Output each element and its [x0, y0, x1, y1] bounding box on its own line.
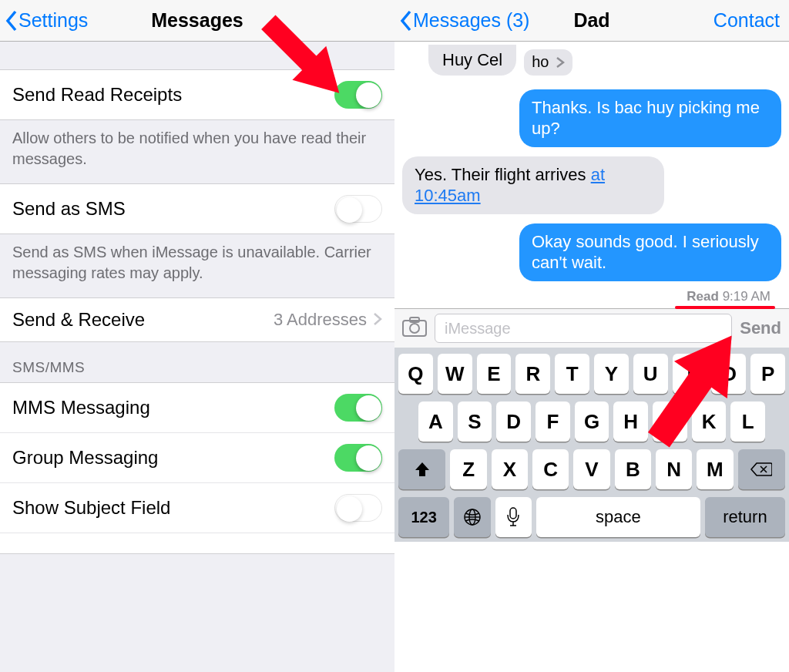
- key-k[interactable]: K: [692, 402, 727, 442]
- key-u[interactable]: U: [633, 354, 668, 394]
- svg-rect-10: [510, 508, 516, 519]
- settings-navbar: Settings Messages: [0, 0, 394, 42]
- back-to-settings[interactable]: Settings: [0, 9, 88, 32]
- subject-toggle[interactable]: [334, 494, 382, 522]
- contact-button[interactable]: Contact: [713, 9, 789, 32]
- row-send-read-receipts[interactable]: Send Read Receipts: [0, 69, 394, 120]
- key-i[interactable]: I: [673, 354, 707, 394]
- send-as-sms-footer: Send as SMS when iMessage is unavailable…: [0, 234, 394, 297]
- incoming-text: Yes. Their flight arrives: [415, 165, 591, 184]
- message-input-bar: Send: [394, 308, 789, 348]
- key-row-2: A S D F G H J K L: [398, 402, 785, 442]
- key-x[interactable]: X: [492, 449, 528, 489]
- read-receipt-line: Read 9:19 AM: [402, 286, 781, 306]
- outgoing-message-2[interactable]: Okay sounds good. I seriously can't wait…: [519, 223, 781, 281]
- message-row-out-1: Thanks. Is bac huy picking me up?: [402, 85, 781, 152]
- row-mms-messaging[interactable]: MMS Messaging: [0, 382, 394, 432]
- key-n[interactable]: N: [656, 449, 692, 489]
- row-cutoff: [0, 533, 394, 554]
- message-input[interactable]: [435, 314, 732, 343]
- outgoing-message-1[interactable]: Thanks. Is bac huy picking me up?: [519, 89, 781, 147]
- read-prefix: Read: [687, 289, 719, 304]
- key-row-3: Z X C V B N M: [398, 449, 785, 489]
- chevron-left-icon: [5, 9, 18, 32]
- read-receipts-label: Send Read Receipts: [12, 84, 334, 106]
- microphone-icon: [506, 507, 520, 527]
- toggle-knob: [337, 496, 362, 522]
- conversation-navbar: Messages (3) Dad Contact: [394, 0, 789, 42]
- read-receipts-toggle[interactable]: [334, 81, 382, 109]
- send-as-sms-label: Send as SMS: [12, 198, 334, 220]
- chevron-right-icon: [373, 309, 382, 331]
- chevron-left-icon: [399, 9, 413, 32]
- row-send-as-sms[interactable]: Send as SMS: [0, 183, 394, 234]
- key-backspace[interactable]: [738, 449, 785, 489]
- key-row-4: 123 space return: [398, 497, 785, 537]
- key-z[interactable]: Z: [450, 449, 486, 489]
- send-receive-detail: 3 Addresses: [274, 310, 367, 330]
- row-group-messaging[interactable]: Group Messaging: [0, 432, 394, 482]
- key-a[interactable]: A: [418, 402, 453, 442]
- row-send-receive[interactable]: Send & Receive 3 Addresses: [0, 297, 394, 342]
- chevron-right-icon: [556, 56, 565, 69]
- key-numbers[interactable]: 123: [398, 497, 449, 537]
- back-to-messages[interactable]: Messages (3): [394, 9, 529, 32]
- key-f[interactable]: F: [536, 402, 570, 442]
- key-b[interactable]: B: [615, 449, 651, 489]
- key-m[interactable]: M: [697, 449, 733, 489]
- message-row-in-1: Yes. Their flight arrives at 10:45am: [402, 152, 781, 219]
- send-receive-label: Send & Receive: [12, 309, 274, 331]
- key-j[interactable]: J: [653, 402, 687, 442]
- key-s[interactable]: S: [458, 402, 492, 442]
- incoming-partial: Huy Cel: [428, 45, 516, 76]
- key-l[interactable]: L: [730, 402, 765, 442]
- key-globe[interactable]: [454, 497, 490, 537]
- key-q[interactable]: Q: [398, 354, 433, 394]
- key-t[interactable]: T: [555, 354, 589, 394]
- key-h[interactable]: H: [613, 402, 648, 442]
- key-g[interactable]: G: [575, 402, 609, 442]
- subject-label: Show Subject Field: [12, 497, 334, 519]
- key-v[interactable]: V: [573, 449, 609, 489]
- back-label: Messages (3): [413, 9, 529, 32]
- settings-messages-pane: Settings Messages Send Read Receipts All…: [0, 0, 394, 672]
- group-label: Group Messaging: [12, 447, 334, 469]
- key-e[interactable]: E: [477, 354, 512, 394]
- svg-point-4: [410, 324, 419, 333]
- send-button[interactable]: Send: [740, 318, 781, 338]
- key-r[interactable]: R: [515, 354, 550, 394]
- key-o[interactable]: O: [711, 354, 746, 394]
- shift-icon: [414, 461, 431, 478]
- read-time: 9:19 AM: [723, 289, 771, 304]
- key-y[interactable]: Y: [594, 354, 629, 394]
- toggle-knob: [337, 197, 362, 223]
- key-space[interactable]: space: [536, 497, 700, 537]
- camera-icon: [402, 317, 427, 337]
- conversation-body[interactable]: Huy Cel ho Thanks. Is bac huy picking me…: [394, 42, 789, 308]
- key-p[interactable]: P: [750, 354, 785, 394]
- conversation-pane: Messages (3) Dad Contact Huy Cel ho Than…: [394, 0, 789, 672]
- sms-mms-header: SMS/MMS: [0, 342, 394, 382]
- key-dictation[interactable]: [495, 497, 532, 537]
- incoming-message-1[interactable]: Yes. Their flight arrives at 10:45am: [402, 156, 664, 214]
- key-return[interactable]: return: [705, 497, 785, 537]
- row-show-subject[interactable]: Show Subject Field: [0, 482, 394, 533]
- send-as-sms-toggle[interactable]: [334, 195, 382, 223]
- message-row-out-2: Okay sounds good. I seriously can't wait…: [402, 219, 781, 286]
- key-d[interactable]: D: [496, 402, 531, 442]
- key-w[interactable]: W: [438, 354, 472, 394]
- mms-toggle[interactable]: [334, 394, 382, 422]
- accessory-bubble[interactable]: ho: [524, 49, 572, 76]
- camera-button[interactable]: [402, 317, 427, 340]
- group-toggle[interactable]: [334, 444, 382, 472]
- globe-icon: [463, 508, 482, 526]
- toggle-knob: [356, 82, 381, 108]
- read-receipts-footer: Allow others to be notified when you hav…: [0, 120, 394, 183]
- key-shift[interactable]: [398, 449, 445, 489]
- mms-label: MMS Messaging: [12, 397, 334, 418]
- key-c[interactable]: C: [532, 449, 569, 489]
- backspace-icon: [750, 462, 772, 477]
- toggle-knob: [356, 395, 381, 421]
- annotation-underline: [675, 306, 775, 309]
- toggle-knob: [356, 445, 381, 471]
